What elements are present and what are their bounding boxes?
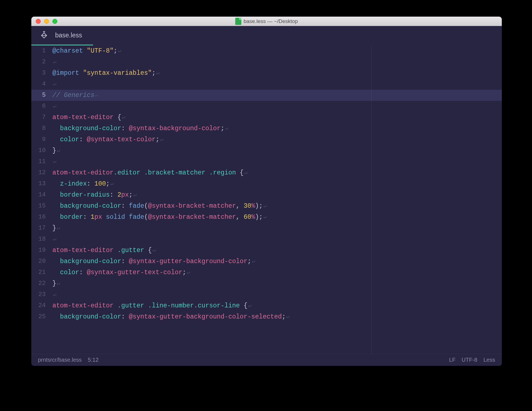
window-minimize-button[interactable] xyxy=(44,19,49,24)
code-content[interactable]: }↵ xyxy=(50,278,60,289)
macos-titlebar[interactable]: base.less — ~/Desktop xyxy=(31,17,502,26)
code-line[interactable]: 15 background-color: fade(@syntax-bracke… xyxy=(31,201,502,212)
code-content[interactable]: @charset "UTF-8";↵ xyxy=(50,45,121,56)
code-content[interactable]: color: @syntax-gutter-text-color;↵ xyxy=(50,267,190,278)
code-line[interactable]: 13 z-index: 100;↵ xyxy=(31,178,502,189)
code-line[interactable]: 12atom-text-editor.editor .bracket-match… xyxy=(31,167,502,178)
status-line-ending[interactable]: LF xyxy=(449,357,456,363)
code-content[interactable]: border: 1px solid fade(@syntax-bracket-m… xyxy=(50,212,267,223)
line-number[interactable]: 23 xyxy=(31,289,50,300)
line-number[interactable]: 2 xyxy=(31,56,50,68)
line-number[interactable]: 4 xyxy=(31,79,50,90)
code-content[interactable]: border-radius: 2px;↵ xyxy=(50,189,137,201)
line-number[interactable]: 19 xyxy=(31,245,50,256)
line-number[interactable]: 15 xyxy=(31,201,50,212)
line-number[interactable]: 21 xyxy=(31,267,50,278)
code-content[interactable]: background-color: @syntax-gutter-backgro… xyxy=(50,311,290,322)
code-line[interactable]: 14 border-radius: 2px;↵ xyxy=(31,189,502,201)
tab-active[interactable]: base.less xyxy=(31,26,93,45)
code-line[interactable]: 8 background-color: @syntax-background-c… xyxy=(31,123,502,134)
line-number[interactable]: 8 xyxy=(31,123,50,134)
code-line[interactable]: 11↵ xyxy=(31,156,502,167)
window-close-button[interactable] xyxy=(36,19,41,24)
code-content[interactable]: atom-text-editor .gutter {↵ xyxy=(50,245,156,256)
line-number[interactable]: 25 xyxy=(31,311,50,322)
tab-bar: base.less xyxy=(31,26,502,45)
status-bar: prntsrcr/base.less 5:12 LF UTF-8 Less xyxy=(31,354,502,366)
code-line[interactable]: 20 background-color: @syntax-gutter-back… xyxy=(31,256,502,267)
status-file-path[interactable]: prntsrcr/base.less xyxy=(38,357,82,363)
code-line[interactable]: 1@charset "UTF-8";↵ xyxy=(31,45,502,56)
code-content[interactable]: atom-text-editor {↵ xyxy=(50,112,125,123)
window-title: base.less — ~/Desktop xyxy=(31,18,502,25)
status-encoding[interactable]: UTF-8 xyxy=(462,357,477,363)
line-number[interactable]: 18 xyxy=(31,234,50,245)
code-line[interactable]: 9 color: @syntax-text-color;↵ xyxy=(31,134,502,145)
status-cursor-pos[interactable]: 5:12 xyxy=(88,357,99,363)
line-number[interactable]: 16 xyxy=(31,212,50,223)
code-line[interactable]: 7atom-text-editor {↵ xyxy=(31,112,502,123)
eol-marker-icon: ↵ xyxy=(53,79,56,90)
code-line[interactable]: 19atom-text-editor .gutter {↵ xyxy=(31,245,502,256)
eol-marker-icon: ↵ xyxy=(53,234,56,245)
text-editor[interactable]: 1@charset "UTF-8";↵2↵3@import "syntax-va… xyxy=(31,45,502,354)
code-content[interactable]: }↵ xyxy=(50,145,60,156)
line-number[interactable]: 11 xyxy=(31,156,50,167)
code-line[interactable]: 21 color: @syntax-gutter-text-color;↵ xyxy=(31,267,502,278)
code-content[interactable]: ↵ xyxy=(50,101,56,112)
code-content[interactable]: background-color: fade(@syntax-bracket-m… xyxy=(50,201,267,212)
line-number[interactable]: 17 xyxy=(31,223,50,234)
window-title-text: base.less — ~/Desktop xyxy=(244,18,298,24)
line-number[interactable]: 3 xyxy=(31,68,50,79)
line-number[interactable]: 20 xyxy=(31,256,50,267)
code-content[interactable]: background-color: @syntax-background-col… xyxy=(50,123,228,134)
line-number[interactable]: 24 xyxy=(31,300,50,311)
eol-marker-icon: ↵ xyxy=(57,145,60,156)
status-grammar[interactable]: Less xyxy=(484,357,495,363)
code-content[interactable]: background-color: @syntax-gutter-backgro… xyxy=(50,256,255,267)
code-line[interactable]: 22}↵ xyxy=(31,278,502,289)
line-number[interactable]: 10 xyxy=(31,145,50,156)
code-line[interactable]: 18↵ xyxy=(31,234,502,245)
eol-marker-icon: ↵ xyxy=(286,311,290,322)
code-content[interactable]: }↵ xyxy=(50,223,60,234)
code-content[interactable]: ↵ xyxy=(50,289,56,300)
code-content[interactable]: @import "syntax-variables";↵ xyxy=(50,68,160,79)
line-number[interactable]: 6 xyxy=(31,101,50,112)
window-zoom-button[interactable] xyxy=(52,19,57,24)
line-number[interactable]: 5 xyxy=(31,90,50,101)
code-line[interactable]: 5// Generics↵ xyxy=(31,90,502,101)
line-number[interactable]: 12 xyxy=(31,167,50,178)
code-line[interactable]: 25 background-color: @syntax-gutter-back… xyxy=(31,311,502,322)
code-content[interactable]: ↵ xyxy=(50,56,56,68)
line-number[interactable]: 9 xyxy=(31,134,50,145)
code-line[interactable]: 4↵ xyxy=(31,79,502,90)
code-content[interactable]: ↵ xyxy=(50,234,56,245)
eol-marker-icon: ↵ xyxy=(225,123,228,134)
eol-marker-icon: ↵ xyxy=(160,134,163,145)
code-line[interactable]: 3@import "syntax-variables";↵ xyxy=(31,68,502,79)
code-content[interactable]: atom-text-editor.editor .bracket-matcher… xyxy=(50,167,247,178)
eol-marker-icon: ↵ xyxy=(122,112,125,123)
code-line[interactable]: 17}↵ xyxy=(31,223,502,234)
eol-marker-icon: ↵ xyxy=(263,212,267,223)
line-number[interactable]: 22 xyxy=(31,278,50,289)
eol-marker-icon: ↵ xyxy=(133,189,137,201)
code-line[interactable]: 16 border: 1px solid fade(@syntax-bracke… xyxy=(31,212,502,223)
code-line[interactable]: 6↵ xyxy=(31,101,502,112)
code-content[interactable]: atom-text-editor .gutter .line-number.cu… xyxy=(50,300,251,311)
code-content[interactable]: // Generics↵ xyxy=(50,90,98,101)
code-line[interactable]: 23↵ xyxy=(31,289,502,300)
eol-marker-icon: ↵ xyxy=(156,68,160,79)
code-line[interactable]: 10}↵ xyxy=(31,145,502,156)
code-content[interactable]: z-index: 100;↵ xyxy=(50,178,114,189)
line-number[interactable]: 7 xyxy=(31,112,50,123)
line-number[interactable]: 14 xyxy=(31,189,50,201)
code-line[interactable]: 2↵ xyxy=(31,56,502,68)
code-content[interactable]: ↵ xyxy=(50,79,56,90)
line-number[interactable]: 13 xyxy=(31,178,50,189)
line-number[interactable]: 1 xyxy=(31,45,50,56)
code-content[interactable]: ↵ xyxy=(50,156,56,167)
code-line[interactable]: 24atom-text-editor .gutter .line-number.… xyxy=(31,300,502,311)
code-content[interactable]: color: @syntax-text-color;↵ xyxy=(50,134,163,145)
